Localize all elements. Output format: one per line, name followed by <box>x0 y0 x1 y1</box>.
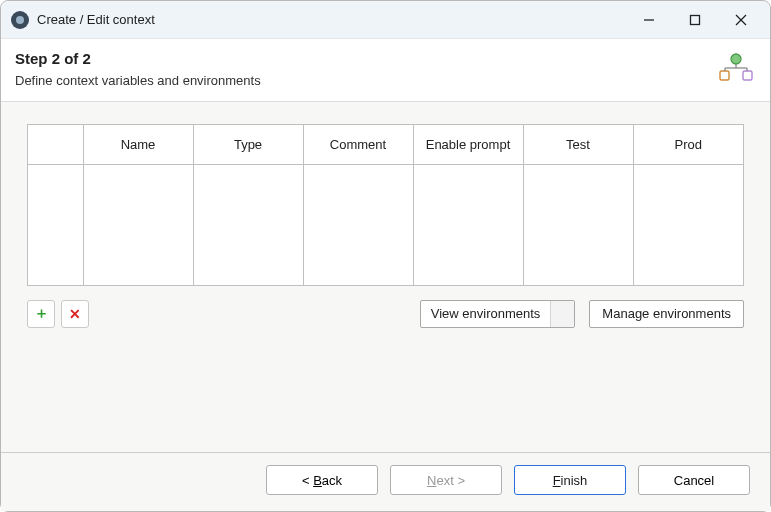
wizard-header: Step 2 of 2 Define context variables and… <box>1 39 770 102</box>
view-environments-dropdown[interactable]: View environments <box>420 300 576 328</box>
wizard-header-text: Step 2 of 2 Define context variables and… <box>15 50 261 88</box>
svg-point-7 <box>731 54 741 64</box>
app-icon <box>11 11 29 29</box>
back-button[interactable]: < Back <box>266 465 378 495</box>
x-icon: ✕ <box>69 306 81 322</box>
close-button[interactable] <box>718 4 764 36</box>
remove-button[interactable]: ✕ <box>61 300 89 328</box>
svg-rect-6 <box>743 71 752 80</box>
column-header-comment[interactable]: Comment <box>303 125 413 165</box>
column-header-test[interactable]: Test <box>523 125 633 165</box>
manage-environments-button[interactable]: Manage environments <box>589 300 744 328</box>
minimize-button[interactable] <box>626 4 672 36</box>
view-environments-label: View environments <box>421 301 551 327</box>
titlebar: Create / Edit context <box>1 1 770 39</box>
column-header-type[interactable]: Type <box>193 125 303 165</box>
column-header-enable-prompt[interactable]: Enable prompt <box>413 125 523 165</box>
column-header-prod[interactable]: Prod <box>633 125 743 165</box>
context-icon <box>716 49 756 89</box>
add-button[interactable]: ＋ <box>27 300 55 328</box>
body-area: Name Type Comment Enable prompt Test Pro… <box>1 102 770 452</box>
window-title: Create / Edit context <box>37 12 155 27</box>
next-button: Next > <box>390 465 502 495</box>
svg-rect-5 <box>720 71 729 80</box>
table-empty-row <box>28 165 743 285</box>
window-controls <box>626 4 764 36</box>
step-title: Step 2 of 2 <box>15 50 261 67</box>
variables-table: Name Type Comment Enable prompt Test Pro… <box>27 124 744 286</box>
manage-environments-label: Manage environments <box>602 306 731 321</box>
actions-row: ＋ ✕ View environments Manage environment… <box>27 300 744 328</box>
step-subtitle: Define context variables and environment… <box>15 73 261 88</box>
finish-button[interactable]: Finish <box>514 465 626 495</box>
maximize-button[interactable] <box>672 4 718 36</box>
plus-icon: ＋ <box>34 304 49 323</box>
cancel-button[interactable]: Cancel <box>638 465 750 495</box>
wizard-footer: < Back Next > Finish Cancel <box>1 452 770 511</box>
chevron-down-icon <box>550 301 574 327</box>
column-header-name[interactable]: Name <box>83 125 193 165</box>
column-header-corner <box>28 125 83 165</box>
svg-point-0 <box>16 16 24 24</box>
dialog-window: Create / Edit context Step 2 of 2 Define… <box>0 0 771 512</box>
svg-rect-2 <box>691 15 700 24</box>
